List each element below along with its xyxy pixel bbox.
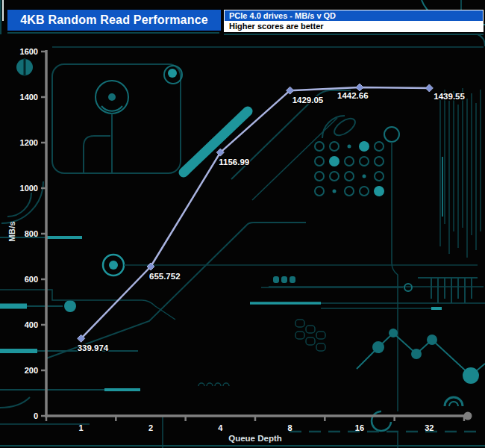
y-axis-tick-label: 800 [25,229,38,238]
y-axis-tick-label: 600 [25,275,38,284]
y-axis-tick-label: 200 [25,366,38,375]
x-axis-category-label: 4 [218,423,223,432]
chart-title: 4KB Random Read Performance [20,13,208,27]
x-axis-category-label: 2 [148,423,153,432]
x-axis-category-label: 16 [355,423,364,432]
x-axis-end-cap [463,412,472,420]
series-line [81,87,430,338]
y-axis-tick-label: 1200 [20,138,38,147]
performance-line-chart: 0200400600800100012001400160012481632339… [0,0,485,448]
y-axis-tick-label: 1600 [20,47,38,56]
chart-title-banner: 4KB Random Read Performance [7,10,221,31]
y-axis-title: MB/s [7,221,16,241]
data-point-marker [425,84,433,92]
data-point-value-label: 339.974 [78,343,109,352]
chart-subtitle-box: PCIe 4.0 drives - MB/s v QD Higher score… [224,10,484,32]
data-point-value-label: 655.752 [149,272,181,281]
subtitle-secondary: Higher scores are better [225,21,483,31]
x-axis-title: Queue Depth [228,434,282,443]
data-point-value-label: 1156.99 [219,158,249,167]
y-axis-tick-label: 1400 [20,93,38,102]
x-axis-category-label: 1 [79,423,84,432]
data-point-marker [356,84,363,91]
x-axis-category-label: 32 [425,423,434,432]
screenshot-frame: 0200400600800100012001400160012481632339… [0,0,485,448]
x-axis-category-label: 8 [288,423,292,432]
data-point-value-label: 1439.55 [434,92,465,101]
y-axis-tick-label: 1000 [20,184,38,193]
subtitle-primary: PCIe 4.0 drives - MB/s v QD [225,10,483,21]
data-point-value-label: 1442.66 [337,91,369,100]
data-point-value-label: 1429.05 [292,96,324,105]
y-axis-tick-label: 400 [25,320,38,329]
y-axis-tick-label: 0 [34,411,38,420]
